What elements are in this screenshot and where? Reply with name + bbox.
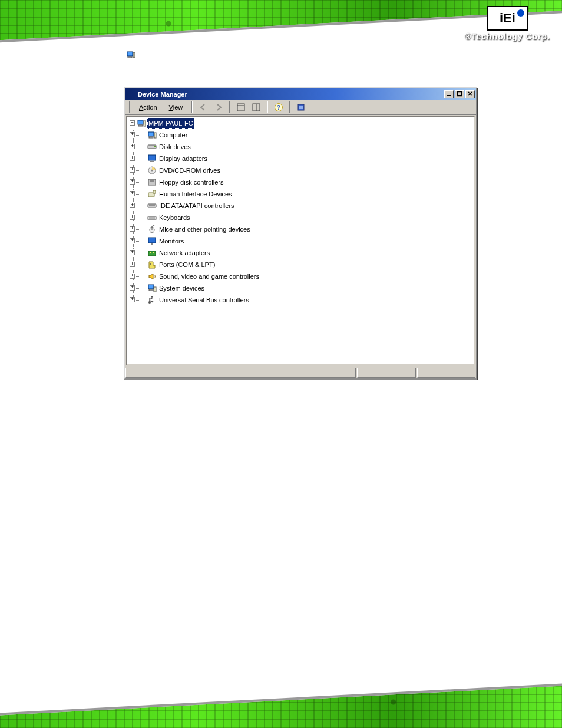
footer-swoosh: [0, 663, 562, 717]
expander-dvd[interactable]: +: [130, 167, 135, 173]
tree-item-computer: +Computer: [130, 130, 472, 142]
node-monitors[interactable]: Monitors: [147, 236, 184, 246]
status-cell-3: [417, 368, 475, 378]
label-network: Network adapters: [158, 248, 210, 258]
tree-item-system: +System devices: [130, 284, 472, 295]
label-keyboard: Keyboards: [158, 213, 191, 222]
expander-mice[interactable]: +: [130, 226, 135, 232]
monitor-icon: [147, 236, 157, 246]
label-dvd: DVD/CD-ROM drives: [158, 166, 221, 175]
status-cell-2: [357, 368, 415, 378]
expander-keyboard[interactable]: +: [130, 215, 135, 220]
label-usb: Universal Serial Bus controllers: [158, 295, 250, 305]
device-tree: – MPM-PAUL-FC +Computer+Disk drives+Disp…: [130, 118, 472, 307]
back-button: [197, 101, 210, 114]
node-mice[interactable]: Mice and other pointing devices: [147, 225, 251, 234]
tree-item-mice: +Mice and other pointing devices: [130, 225, 472, 236]
node-dvd[interactable]: DVD/CD-ROM drives: [147, 166, 221, 175]
refresh-button[interactable]: [295, 101, 308, 114]
root-expander[interactable]: –: [130, 120, 135, 126]
expander-floppy[interactable]: +: [130, 179, 135, 185]
display-icon: [147, 154, 157, 163]
node-hid[interactable]: Human Interface Devices: [147, 189, 233, 199]
forward-button: [212, 101, 225, 114]
expander-ide[interactable]: +: [130, 203, 135, 208]
status-cell-main: [125, 368, 356, 378]
root-label: MPM-PAUL-FC: [147, 118, 194, 129]
label-disk: Disk drives: [158, 142, 191, 151]
computer-icon: [147, 130, 157, 140]
toolbar-layout1-button[interactable]: [234, 101, 247, 114]
brand-block: iEi ®Technology Corp.: [465, 6, 550, 41]
statusbar: [125, 367, 476, 378]
tree-item-dvd: +DVD/CD-ROM drives: [130, 166, 472, 177]
close-button[interactable]: [465, 90, 475, 98]
label-display: Display adapters: [158, 154, 208, 163]
expander-hid[interactable]: +: [130, 191, 135, 196]
device-manager-window: Device Manager Action View: [124, 87, 477, 380]
svg-rect-41: [458, 91, 462, 95]
maximize-button[interactable]: [455, 90, 464, 98]
tree-root: – MPM-PAUL-FC +Computer+Disk drives+Disp…: [130, 118, 472, 307]
expander-monitors[interactable]: +: [130, 238, 135, 243]
disk-icon: [147, 142, 157, 151]
computer-root-icon: [137, 118, 146, 128]
expander-usb[interactable]: +: [130, 297, 135, 302]
cdrom-icon: [147, 166, 157, 175]
minimize-button[interactable]: [444, 90, 454, 98]
label-ports: Ports (COM & LPT): [158, 260, 216, 269]
expander-network[interactable]: +: [130, 250, 135, 255]
node-computer[interactable]: Computer: [147, 130, 188, 140]
node-floppy[interactable]: Floppy disk controllers: [147, 177, 224, 187]
usb-icon: [147, 295, 157, 305]
menu-view[interactable]: View: [164, 103, 188, 112]
node-ports[interactable]: Ports (COM & LPT): [147, 260, 216, 269]
root-node[interactable]: MPM-PAUL-FC: [137, 118, 194, 128]
device-tree-pane[interactable]: – MPM-PAUL-FC +Computer+Disk drives+Disp…: [126, 116, 475, 365]
app-icon: [126, 90, 135, 99]
expander-disk[interactable]: +: [130, 144, 135, 149]
node-network[interactable]: Network adapters: [147, 248, 210, 258]
expander-ports[interactable]: +: [130, 262, 135, 267]
label-computer: Computer: [158, 130, 188, 140]
menu-action[interactable]: Action: [134, 103, 162, 112]
node-sound[interactable]: Sound, video and game controllers: [147, 272, 260, 281]
tree-item-keyboard: +Keyboards: [130, 213, 472, 225]
label-floppy: Floppy disk controllers: [158, 177, 224, 187]
tree-item-hid: +Human Interface Devices: [130, 189, 472, 201]
node-usb[interactable]: Universal Serial Bus controllers: [147, 295, 250, 305]
expander-computer[interactable]: +: [130, 132, 135, 137]
window-title: Device Manager: [138, 91, 444, 98]
network-icon: [147, 248, 157, 258]
toolbar: Action View: [125, 100, 476, 115]
tree-item-usb: +Universal Serial Bus controllers: [130, 295, 472, 307]
brand-logo: iEi: [487, 6, 528, 31]
node-disk[interactable]: Disk drives: [147, 142, 191, 151]
toolbar-layout2-button[interactable]: [250, 101, 263, 114]
node-keyboard[interactable]: Keyboards: [147, 213, 191, 222]
expander-display[interactable]: +: [130, 156, 135, 161]
tree-item-monitors: +Monitors: [130, 236, 472, 248]
node-display[interactable]: Display adapters: [147, 154, 208, 163]
node-ide[interactable]: IDE ATA/ATAPI controllers: [147, 201, 235, 210]
label-monitors: Monitors: [158, 236, 184, 246]
system-icon: [147, 284, 157, 293]
help-button[interactable]: [272, 101, 285, 114]
label-mice: Mice and other pointing devices: [158, 225, 251, 234]
sound-icon: [147, 272, 157, 281]
label-system: System devices: [158, 284, 205, 293]
label-sound: Sound, video and game controllers: [158, 272, 260, 281]
floppy-icon: [147, 177, 157, 187]
titlebar[interactable]: Device Manager: [125, 88, 476, 100]
tree-item-disk: +Disk drives: [130, 142, 472, 154]
tree-item-ide: +IDE ATA/ATAPI controllers: [130, 201, 472, 213]
label-ide: IDE ATA/ATAPI controllers: [158, 201, 235, 210]
expander-sound[interactable]: +: [130, 274, 135, 279]
node-system[interactable]: System devices: [147, 284, 205, 293]
brand-tagline: ®Technology Corp.: [465, 32, 550, 41]
tree-item-ports: +Ports (COM & LPT): [130, 260, 472, 272]
hid-icon: [147, 189, 157, 199]
label-hid: Human Interface Devices: [158, 189, 233, 199]
page-header-banner: iEi ®Technology Corp.: [0, 0, 562, 59]
expander-system[interactable]: +: [130, 285, 135, 291]
